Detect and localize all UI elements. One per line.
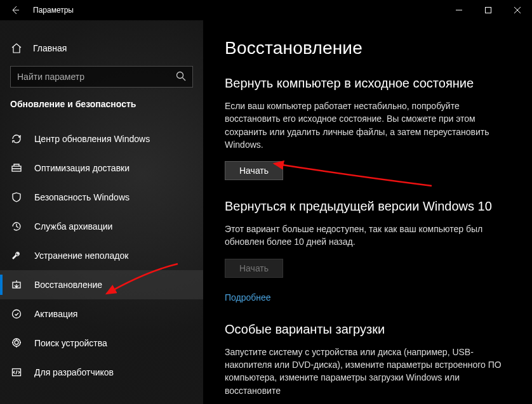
backup-icon <box>10 220 23 233</box>
sidebar-item-backup[interactable]: Служба архивации <box>0 212 203 241</box>
home-icon <box>10 42 23 55</box>
page-title: Восстановление <box>225 38 510 58</box>
close-button[interactable] <box>503 0 532 20</box>
titlebar: Параметры <box>0 0 532 20</box>
sidebar-nav: Центр обновления Windows Оптимизация дос… <box>0 124 203 387</box>
sidebar-item-label: Для разработчиков <box>34 367 114 377</box>
sidebar-item-label: Поиск устройства <box>34 338 107 348</box>
sidebar-item-label: Оптимизация доставки <box>34 163 130 173</box>
rollback-start-button: Начать <box>225 259 283 278</box>
sidebar-item-windows-security[interactable]: Безопасность Windows <box>0 183 203 212</box>
rollback-heading: Вернуться к предыдущей версии Windows 10 <box>225 199 510 214</box>
reset-description: Если ваш компьютер работает нестабильно,… <box>225 100 504 151</box>
sidebar-item-label: Служба архивации <box>34 221 112 231</box>
sidebar-item-label: Восстановление <box>34 280 102 290</box>
minimize-icon <box>456 7 462 13</box>
section-advanced-startup: Особые варианты загрузки Запустите систе… <box>225 322 510 397</box>
search-input[interactable] <box>10 66 193 88</box>
sidebar-item-label: Безопасность Windows <box>34 192 130 202</box>
sidebar-home[interactable]: Главная <box>0 36 203 61</box>
content: Восстановление Вернуть компьютер в исход… <box>203 20 532 404</box>
sidebar-item-windows-update[interactable]: Центр обновления Windows <box>0 124 203 153</box>
search-wrap <box>10 66 193 88</box>
close-icon <box>514 7 521 13</box>
sidebar-home-label: Главная <box>33 43 67 53</box>
advanced-heading: Особые варианты загрузки <box>225 322 510 337</box>
sidebar-item-find-my-device[interactable]: Поиск устройства <box>0 329 203 358</box>
sidebar: Главная Обновление и безопасность Центр … <box>0 20 203 404</box>
activation-icon <box>10 308 23 320</box>
refresh-icon <box>10 133 23 145</box>
wrench-icon <box>10 249 23 262</box>
sidebar-item-for-developers[interactable]: Для разработчиков <box>0 358 203 387</box>
svg-point-8 <box>13 310 21 318</box>
rollback-description: Этот вариант больше недоступен, так как … <box>225 223 504 249</box>
reset-start-button[interactable]: Начать <box>225 161 283 180</box>
sidebar-item-label: Центр обновления Windows <box>34 134 150 144</box>
svg-point-9 <box>15 341 18 344</box>
developer-icon <box>10 366 23 379</box>
back-button[interactable] <box>8 3 23 18</box>
sidebar-item-delivery-optimization[interactable]: Оптимизация доставки <box>0 153 203 183</box>
svg-rect-1 <box>486 8 491 13</box>
shield-icon <box>10 191 23 204</box>
delivery-icon <box>10 162 23 174</box>
minimize-button[interactable] <box>444 0 474 20</box>
maximize-button[interactable] <box>474 0 503 20</box>
window-title: Параметры <box>33 6 74 15</box>
arrow-left-icon <box>10 5 20 15</box>
reset-heading: Вернуть компьютер в исходное состояние <box>225 76 510 91</box>
maximize-icon <box>485 7 491 13</box>
sidebar-item-label: Устранение неполадок <box>34 251 128 261</box>
find-device-icon <box>10 337 23 349</box>
sidebar-item-activation[interactable]: Активация <box>0 299 203 329</box>
section-reset: Вернуть компьютер в исходное состояние Е… <box>225 76 510 180</box>
recovery-icon <box>10 278 23 291</box>
sidebar-item-label: Активация <box>34 309 77 319</box>
advanced-description: Запустите систему с устройства или диска… <box>225 346 504 397</box>
sidebar-section-title: Обновление и безопасность <box>0 96 203 117</box>
sidebar-item-troubleshoot[interactable]: Устранение неполадок <box>0 241 203 270</box>
sidebar-item-recovery[interactable]: Восстановление <box>0 270 203 299</box>
rollback-more-link[interactable]: Подробнее <box>225 292 271 303</box>
section-rollback: Вернуться к предыдущей версии Windows 10… <box>225 199 510 303</box>
